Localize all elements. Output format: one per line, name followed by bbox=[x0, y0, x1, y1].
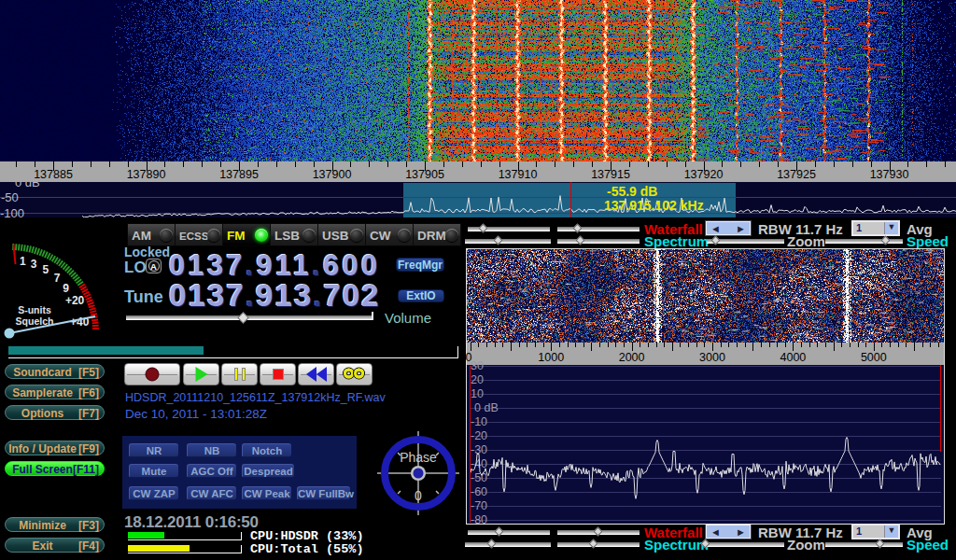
svg-text:Phase: Phase bbox=[400, 450, 437, 465]
svg-text:1: 1 bbox=[20, 255, 26, 268]
svg-text:7: 7 bbox=[54, 272, 61, 285]
svg-text:0: 0 bbox=[415, 488, 422, 503]
svg-text:S-units: S-units bbox=[18, 304, 51, 315]
svg-text:+20: +20 bbox=[65, 294, 85, 307]
svg-text:3: 3 bbox=[31, 258, 37, 271]
svg-text:9: 9 bbox=[63, 282, 69, 295]
svg-text:5: 5 bbox=[43, 263, 49, 276]
